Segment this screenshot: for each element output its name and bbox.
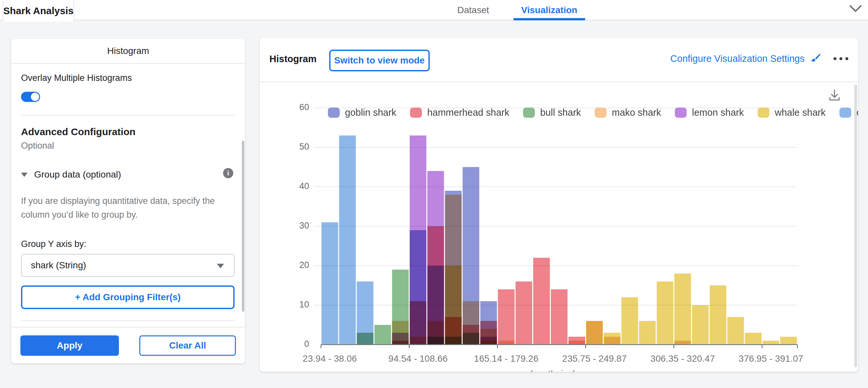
configure-link-label: Configure Visualization Settings: [670, 53, 805, 64]
group-y-axis-by-label: Group Y axis by:: [21, 239, 235, 249]
legend-item[interactable]: catshark: [839, 107, 858, 118]
legend-swatch: [328, 108, 340, 118]
group-data-description: If you are displaying quantitative data,…: [21, 194, 234, 222]
legend-swatch: [839, 108, 851, 118]
toggle-knob: [31, 93, 39, 101]
app-tab-title: Shark Analysis: [3, 5, 73, 17]
overlay-multiple-histograms-label: Overlay Multiple Histograms: [21, 73, 235, 83]
histogram-canvas: [259, 82, 858, 372]
chart-area: goblin sharkhammerhead sharkbull sharkma…: [259, 82, 858, 372]
config-panel-scrollbar[interactable]: [242, 141, 244, 312]
visualization-title: Histogram: [270, 54, 316, 64]
legend-item[interactable]: mako shark: [595, 107, 661, 118]
main-tabs: Dataset Visualization: [454, 0, 581, 20]
legend-label: bull shark: [540, 107, 581, 118]
apply-button[interactable]: Apply: [20, 335, 119, 356]
download-icon[interactable]: [828, 89, 841, 102]
visualization-panel: Histogram Switch to view mode Configure …: [259, 38, 858, 372]
group-data-section-header[interactable]: Group data (optional) i: [21, 169, 235, 180]
caret-down-icon: [21, 173, 28, 177]
legend-item[interactable]: lemon shark: [675, 107, 744, 118]
info-icon[interactable]: i: [223, 168, 233, 178]
tab-visualization[interactable]: Visualization: [518, 0, 582, 20]
legend-swatch: [410, 108, 422, 118]
divider: [21, 320, 235, 321]
select-caret-icon: [217, 264, 224, 268]
legend-label: goblin shark: [345, 107, 396, 118]
configure-visualization-settings-link[interactable]: Configure Visualization Settings: [670, 53, 821, 64]
legend-swatch: [675, 108, 687, 118]
legend-item[interactable]: hammerhead shark: [410, 107, 509, 118]
chart-legend: goblin sharkhammerhead sharkbull sharkma…: [328, 107, 858, 118]
advanced-configuration-subtitle: Optional: [21, 141, 235, 151]
legend-swatch: [757, 108, 769, 118]
config-panel: Histogram Overlay Multiple Histograms Ad…: [11, 39, 245, 364]
clear-all-button[interactable]: Clear All: [139, 335, 236, 356]
legend-item[interactable]: bull shark: [523, 107, 581, 118]
legend-item[interactable]: goblin shark: [328, 107, 396, 118]
legend-swatch: [595, 108, 607, 118]
visualization-header: Histogram Switch to view mode Configure …: [259, 38, 858, 82]
group-data-label: Group data (optional): [34, 169, 121, 180]
legend-swatch: [523, 108, 535, 118]
more-options-button[interactable]: [833, 55, 849, 63]
divider: [21, 115, 235, 116]
config-panel-title: Histogram: [11, 39, 245, 64]
legend-item[interactable]: whale shark: [757, 107, 826, 118]
visualization-scrollbar[interactable]: [854, 85, 857, 367]
legend-label: catshark: [857, 107, 858, 118]
overlay-toggle[interactable]: [21, 92, 40, 102]
paintbrush-icon: [810, 53, 821, 64]
group-by-selected-value: shark (String): [31, 260, 86, 271]
top-bar: Shark Analysis Dataset Visualization: [0, 0, 868, 20]
legend-label: lemon shark: [692, 107, 744, 118]
legend-label: whale shark: [775, 107, 826, 118]
config-panel-footer: Apply Clear All: [11, 327, 245, 364]
add-grouping-filter-button[interactable]: + Add Grouping Filter(s): [21, 286, 235, 309]
legend-label: mako shark: [612, 107, 661, 118]
tab-dataset[interactable]: Dataset: [454, 0, 493, 20]
switch-to-view-mode-button[interactable]: Switch to view mode: [329, 50, 430, 71]
advanced-configuration-title: Advanced Configuration: [21, 126, 235, 138]
legend-label: hammerhead shark: [427, 107, 509, 118]
app-tab-shark-analysis[interactable]: Shark Analysis: [3, 0, 74, 22]
chevron-down-icon[interactable]: [849, 4, 862, 14]
group-by-select[interactable]: shark (String): [21, 254, 235, 277]
